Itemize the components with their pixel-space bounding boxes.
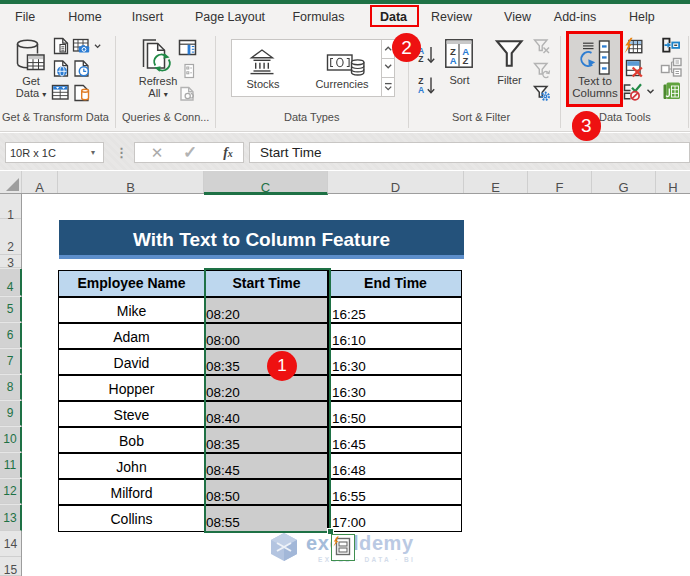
svg-text:Z: Z — [463, 55, 469, 66]
svg-text:A: A — [418, 85, 424, 95]
svg-text:Z: Z — [418, 54, 423, 64]
svg-text:A: A — [450, 55, 457, 66]
